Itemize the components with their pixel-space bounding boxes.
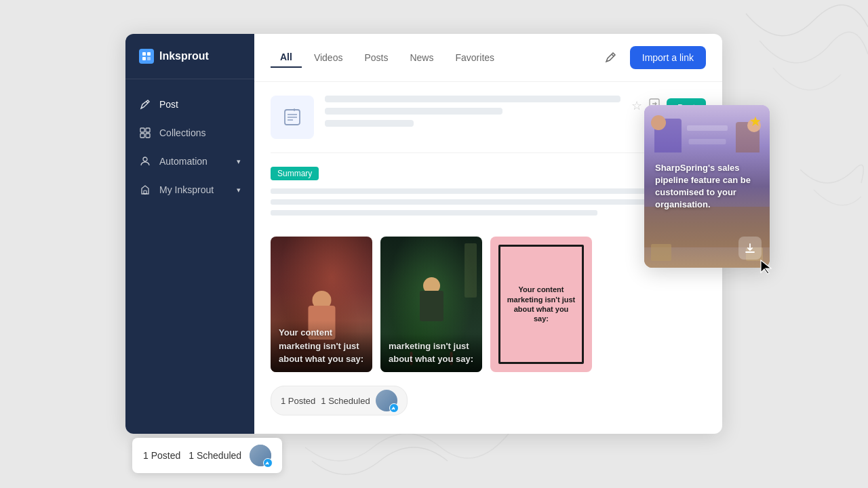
article-thumbnail [271, 96, 314, 139]
post-icon [139, 98, 151, 110]
tab-favorites[interactable]: Favorites [446, 48, 504, 67]
tooltip-twitter-badge [263, 458, 273, 468]
sidebar-item-my-inksprout[interactable]: My Inksprout ▾ [125, 176, 254, 204]
article-meta [325, 96, 620, 139]
import-button[interactable]: Import a link [630, 46, 706, 69]
sidebar: Inksprout Post [125, 34, 254, 434]
app-name: Inksprout [159, 50, 209, 62]
image-label-2: marketing isn't just about what you say: [380, 334, 482, 372]
svg-rect-4 [140, 128, 144, 132]
summary-badge: Summary [271, 167, 319, 180]
my-inksprout-chevron-icon: ▾ [237, 186, 241, 195]
tab-posts[interactable]: Posts [355, 48, 397, 67]
tooltip-scheduled: 1 Scheduled [189, 450, 241, 461]
sidebar-item-post[interactable]: Post [125, 90, 254, 119]
svg-rect-0 [142, 52, 146, 56]
tooltip-posted: 1 Posted [143, 450, 180, 461]
collections-label: Collections [159, 127, 205, 138]
sidebar-nav: Post Collections [125, 79, 254, 434]
nav-actions: Import a link [599, 46, 706, 69]
floating-star-icon[interactable]: ★ [749, 113, 762, 129]
edit-icon[interactable] [599, 46, 622, 69]
summary-skeleton-2 [271, 199, 663, 205]
skeleton-title-full [325, 96, 620, 102]
floating-card-text: SharpSpring's sales pipeline feature can… [655, 162, 759, 211]
floating-card-image: SharpSpring's sales pipeline feature can… [644, 105, 770, 268]
svg-rect-3 [147, 57, 151, 60]
summary-lines [271, 188, 706, 216]
automation-label: Automation [159, 156, 208, 167]
image-label-1: Your content marketing isn't just about … [271, 321, 372, 372]
article-card: ☆ Post [271, 96, 706, 153]
summary-skeleton-1 [271, 188, 706, 194]
image-text-2: marketing isn't just about what you say: [389, 341, 473, 364]
summary-skeleton-3 [271, 210, 597, 216]
content-bottom-bar: 1 Posted 1 Scheduled [271, 380, 706, 421]
skeleton-title-half [325, 108, 502, 115]
floating-card: SharpSpring's sales pipeline feature can… [644, 105, 770, 268]
sidebar-logo: Inksprout [125, 34, 254, 79]
tab-all[interactable]: All [271, 47, 302, 68]
top-nav: All Videos Posts News Favorites Import a… [254, 34, 722, 82]
image-card-2: marketing isn't just about what you say: [380, 237, 482, 372]
image-card-3: Your content marketing isn't just about … [490, 237, 592, 372]
image-grid: Your content marketing isn't just about … [271, 237, 706, 372]
collections-icon [139, 127, 151, 139]
svg-rect-6 [140, 134, 144, 138]
logo-icon [139, 49, 154, 64]
skeleton-title-short [325, 120, 414, 127]
svg-rect-7 [146, 134, 150, 138]
image-card-1: Your content marketing isn't just about … [271, 237, 372, 372]
automation-chevron-icon: ▾ [237, 157, 241, 166]
see-more[interactable]: ...see more [271, 221, 706, 231]
my-inksprout-label: My Inksprout [159, 184, 214, 195]
tab-news[interactable]: News [400, 48, 443, 67]
posted-count: 1 Posted [281, 396, 315, 406]
svg-rect-9 [144, 190, 146, 194]
image-text-1: Your content marketing isn't just about … [279, 327, 363, 363]
pink-frame: Your content marketing isn't just about … [498, 245, 584, 364]
summary-section: Summary ...see more [271, 167, 706, 231]
image-text-3: Your content marketing isn't just about … [506, 285, 576, 323]
automation-icon [139, 155, 151, 167]
svg-rect-2 [142, 57, 146, 60]
floating-download-button[interactable] [738, 237, 762, 260]
post-label: Post [159, 99, 178, 110]
tab-videos[interactable]: Videos [304, 48, 353, 67]
twitter-badge [389, 403, 399, 413]
svg-point-8 [143, 157, 147, 161]
stats-badge: 1 Posted 1 Scheduled [271, 386, 408, 415]
my-inksprout-icon [139, 184, 151, 196]
svg-rect-1 [147, 52, 151, 56]
app-container: Inksprout Post [125, 34, 722, 434]
svg-rect-5 [146, 128, 150, 132]
sidebar-item-collections[interactable]: Collections [125, 119, 254, 147]
tooltip-popup: 1 Posted 1 Scheduled [132, 438, 282, 473]
scheduled-count: 1 Scheduled [321, 396, 370, 406]
star-button[interactable]: ☆ [631, 98, 642, 113]
sidebar-item-automation[interactable]: Automation ▾ [125, 147, 254, 176]
